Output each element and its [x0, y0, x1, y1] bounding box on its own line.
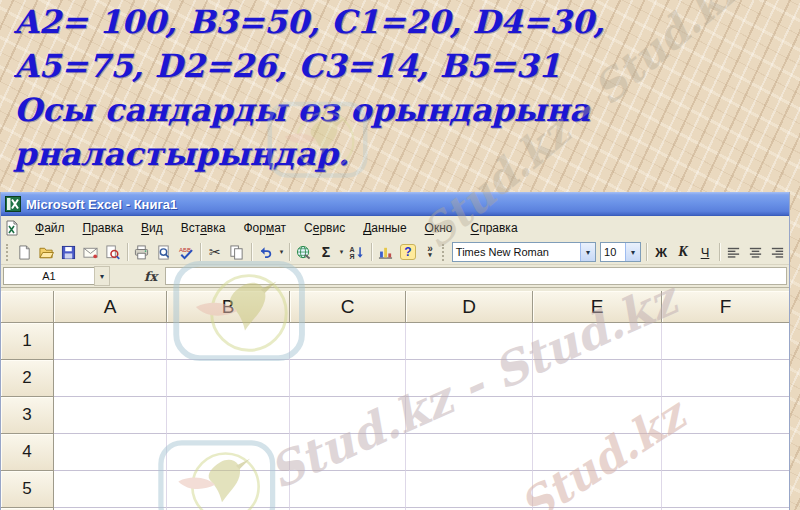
undo-dropdown[interactable]: ▾ [277, 248, 286, 256]
column-header-A[interactable]: A [54, 291, 167, 323]
cell-C3[interactable] [290, 397, 406, 434]
copy-button[interactable] [226, 241, 248, 263]
cell-E4[interactable] [533, 434, 662, 471]
column-header-F[interactable]: F [662, 291, 789, 323]
row-header-3[interactable]: 3 [1, 397, 54, 434]
column-header-D[interactable]: D [406, 291, 533, 323]
print-preview-button[interactable] [153, 241, 175, 263]
italic-button[interactable]: К [672, 241, 694, 263]
toolbar-separator [719, 243, 720, 261]
row-header-1[interactable]: 1 [1, 323, 54, 360]
cell-C5[interactable] [290, 471, 406, 508]
cell-E2[interactable] [533, 360, 662, 397]
name-box-value: A1 [42, 270, 55, 282]
cell-B2[interactable] [167, 360, 290, 397]
spelling-button[interactable]: АБВ [175, 241, 197, 263]
cell-F3[interactable] [662, 397, 789, 434]
undo-button[interactable] [255, 241, 277, 263]
new-document-button[interactable] [14, 241, 36, 263]
cell-F1[interactable] [662, 323, 789, 360]
font-name-value: Times New Roman [453, 246, 580, 258]
cell-B5[interactable] [167, 471, 290, 508]
insert-hyperlink-button[interactable] [293, 241, 315, 263]
sheet-row-1: 1 [1, 323, 789, 360]
row-header-4[interactable]: 4 [1, 434, 54, 471]
svg-text:АБВ: АБВ [179, 245, 191, 252]
fx-icon[interactable]: fx [144, 269, 157, 284]
open-button[interactable] [36, 241, 58, 263]
search-button[interactable] [102, 241, 124, 263]
cell-D4[interactable] [406, 434, 533, 471]
cell-D1[interactable] [406, 323, 533, 360]
chart-wizard-button[interactable] [375, 241, 397, 263]
underline-button[interactable]: Ч [694, 241, 716, 263]
row-header-5[interactable]: 5 [1, 471, 54, 508]
cell-E3[interactable] [533, 397, 662, 434]
font-name-dropdown[interactable]: ▾ [580, 243, 595, 261]
font-name-combo[interactable]: Times New Roman ▾ [452, 242, 596, 262]
toolbar-options-button[interactable]: » ▾ [421, 241, 439, 263]
cell-B1[interactable] [167, 323, 290, 360]
autosum-button[interactable]: Σ [315, 241, 337, 263]
workbook-icon[interactable] [4, 220, 20, 236]
toolbar-separator [251, 243, 252, 261]
align-right-button[interactable] [767, 241, 789, 263]
cell-F5[interactable] [662, 471, 789, 508]
cell-D3[interactable] [406, 397, 533, 434]
save-button[interactable] [58, 241, 80, 263]
cut-button[interactable]: ✂ [204, 241, 226, 263]
menu-bar: ФайлПравкаВидВставкаФорматСервисДанныеОк… [1, 216, 789, 240]
toolbar-separator [289, 243, 290, 261]
cell-A1[interactable] [54, 323, 167, 360]
menu-item-Справка[interactable]: Справка [461, 218, 526, 238]
email-button[interactable] [80, 241, 102, 263]
cell-E5[interactable] [533, 471, 662, 508]
font-size-combo[interactable]: 10 ▾ [600, 242, 641, 262]
cell-B3[interactable] [167, 397, 290, 434]
row-header-2[interactable]: 2 [1, 360, 54, 397]
select-all-corner[interactable] [1, 291, 54, 323]
autosum-dropdown[interactable]: ▾ [337, 248, 346, 256]
print-button[interactable] [131, 241, 153, 263]
column-header-B[interactable]: B [167, 291, 290, 323]
grid-area: ABCDEF123456 [1, 288, 789, 510]
menu-item-Окно[interactable]: Окно [416, 218, 462, 238]
cell-A3[interactable] [54, 397, 167, 434]
formatting-toolbar-grip[interactable] [442, 244, 447, 261]
menu-item-Вставка[interactable]: Вставка [172, 218, 235, 238]
cell-A4[interactable] [54, 434, 167, 471]
formula-input[interactable] [165, 267, 787, 285]
align-left-button[interactable] [723, 241, 745, 263]
cell-F4[interactable] [662, 434, 789, 471]
sheet-row-2: 2 [1, 360, 789, 397]
menu-item-Правка[interactable]: Правка [74, 218, 133, 238]
name-box[interactable]: A1 [3, 267, 94, 285]
cell-C4[interactable] [290, 434, 406, 471]
menu-item-Данные[interactable]: Данные [354, 218, 415, 238]
cell-C2[interactable] [290, 360, 406, 397]
help-button[interactable]: ? [397, 241, 419, 263]
column-header-E[interactable]: E [533, 291, 662, 323]
cell-D5[interactable] [406, 471, 533, 508]
sort-ascending-button[interactable]: АЯ [346, 241, 368, 263]
worksheet-table: ABCDEF123456 [1, 291, 789, 510]
cell-A2[interactable] [54, 360, 167, 397]
menu-item-Формат[interactable]: Формат [234, 218, 295, 238]
cell-E1[interactable] [533, 323, 662, 360]
cell-A5[interactable] [54, 471, 167, 508]
menu-item-Вид[interactable]: Вид [132, 218, 172, 238]
task-line-1: A2= 100, B3=50, C1=20, D4=30, [14, 0, 605, 44]
cell-D2[interactable] [406, 360, 533, 397]
name-box-dropdown[interactable]: ▾ [94, 266, 110, 286]
column-header-C[interactable]: C [290, 291, 406, 323]
menu-item-Сервис[interactable]: Сервис [295, 218, 354, 238]
bold-button[interactable]: Ж [650, 241, 672, 263]
cell-F2[interactable] [662, 360, 789, 397]
font-size-dropdown[interactable]: ▾ [625, 243, 640, 261]
cell-C1[interactable] [290, 323, 406, 360]
align-center-button[interactable] [745, 241, 767, 263]
cell-B4[interactable] [167, 434, 290, 471]
menu-item-Файл[interactable]: Файл [26, 218, 74, 238]
chevron-down-icon: ▾ [428, 252, 432, 258]
standard-toolbar-grip[interactable] [6, 244, 11, 261]
